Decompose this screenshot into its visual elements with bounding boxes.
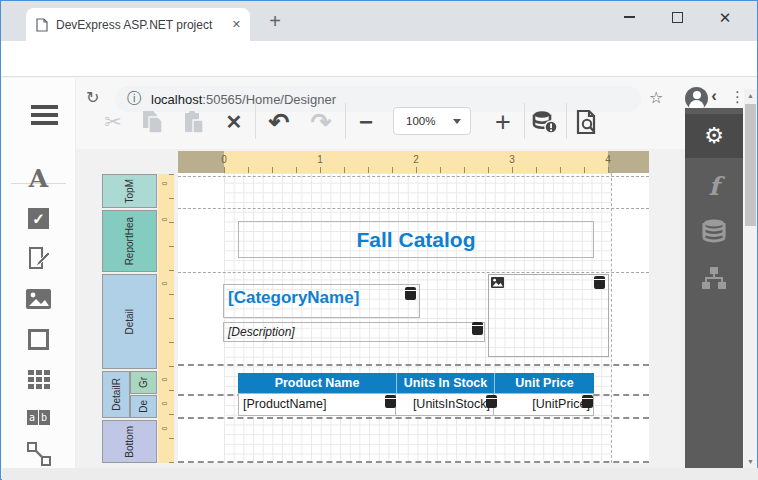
toolbar-separator — [255, 103, 256, 139]
hamburger-bar — [31, 105, 58, 109]
ruler-number: 0 — [221, 154, 227, 165]
category-name-label[interactable]: [CategoryName] — [223, 284, 420, 318]
hamburger-bar — [31, 121, 58, 125]
tab-close-icon[interactable]: ✕ — [232, 18, 241, 31]
zoom-out-button[interactable]: − — [351, 105, 381, 139]
vruler-zero: 0 — [161, 372, 168, 382]
browser-tab[interactable]: DevExpress ASP.NET project ✕ — [26, 8, 250, 41]
scroll-up-icon[interactable]: ▲ — [744, 92, 757, 99]
table-data-cell[interactable]: [UnitPrice] — [494, 393, 594, 416]
line-tool-icon — [27, 442, 51, 466]
database-icon — [702, 219, 726, 245]
band-sub-detail[interactable]: De — [130, 395, 157, 418]
toolbox-item-picturebox[interactable] — [1, 284, 76, 314]
toolbar-separator — [566, 103, 567, 139]
paste-button[interactable] — [179, 105, 209, 139]
right-dock-panel: ⚙ f — [685, 108, 743, 468]
cut-icon: ✂ — [104, 110, 122, 134]
menu-hamburger-button[interactable] — [31, 105, 58, 129]
band-top-margin[interactable]: TopM — [102, 174, 157, 208]
zoom-level-select[interactable]: 100% — [393, 107, 471, 135]
maximize-icon — [672, 12, 683, 23]
band-group-header[interactable]: Gr — [130, 371, 157, 394]
copy-icon — [141, 110, 163, 134]
smart-tag-icon[interactable] — [486, 395, 497, 408]
ruler-number: 3 — [509, 154, 515, 165]
undo-icon: ↶ — [269, 108, 290, 137]
smart-tag-icon[interactable] — [582, 395, 593, 408]
toolbox-item-character-comb[interactable]: ab — [1, 402, 76, 432]
paste-icon — [183, 110, 205, 134]
panel-tab-field-list[interactable] — [685, 210, 743, 254]
ruler-number: 1 — [317, 154, 323, 165]
table-header-cell[interactable]: Product Name — [238, 373, 396, 393]
panel-collapse-button[interactable]: ‹ — [685, 85, 743, 107]
table-data-cell[interactable]: [UnitsInStock] — [396, 393, 494, 416]
delete-icon: ✕ — [226, 110, 243, 134]
picture-box[interactable] — [488, 274, 609, 357]
zoom-in-icon: + — [495, 107, 511, 138]
checkbox-tool-icon: ✓ — [28, 208, 49, 229]
description-label[interactable]: [Description] — [223, 322, 485, 342]
right-margin-line — [611, 173, 612, 463]
cut-button[interactable]: ✂ — [99, 105, 127, 139]
vruler-zero: 0 — [161, 421, 168, 431]
zoom-level-value: 100% — [406, 115, 453, 127]
toolbar-separator — [524, 103, 525, 139]
smart-tag-icon[interactable] — [385, 395, 396, 408]
window-minimize-button[interactable] — [609, 1, 649, 33]
redo-icon: ↷ — [311, 108, 332, 137]
smart-tag-icon[interactable] — [472, 322, 483, 335]
redo-button[interactable]: ↷ — [305, 105, 337, 139]
band-detail[interactable]: Detail — [102, 274, 157, 369]
minimize-icon — [624, 16, 635, 18]
picture-tool-icon — [26, 289, 51, 309]
delete-button[interactable]: ✕ — [219, 105, 249, 139]
validate-bindings-button[interactable] — [529, 105, 561, 139]
page-favicon-icon — [36, 18, 48, 32]
preview-icon — [575, 110, 599, 135]
panel-tab-properties[interactable]: ⚙ — [685, 114, 743, 158]
vertical-scrollbar[interactable]: ▲ ▼ — [744, 89, 757, 468]
table-data-row[interactable]: [ProductName] [UnitsInStock] [UnitPrice] — [238, 393, 594, 416]
preview-button[interactable] — [571, 105, 603, 139]
smart-tag-icon[interactable] — [594, 276, 605, 289]
database-warning-icon — [532, 110, 558, 134]
gear-icon: ⚙ — [704, 123, 724, 149]
band-detail-report[interactable]: DetailR — [102, 371, 130, 418]
toolbox-item-checkbox[interactable]: ✓ — [1, 203, 76, 233]
table-header-cell[interactable]: Units In Stock — [396, 373, 494, 393]
smart-tag-icon[interactable] — [405, 287, 416, 300]
report-title-label[interactable]: Fall Catalog — [238, 221, 594, 258]
scroll-down-icon[interactable]: ▼ — [744, 458, 757, 465]
panel-tool-icon — [28, 329, 49, 350]
undo-button[interactable]: ↶ — [263, 105, 295, 139]
chevron-down-icon — [453, 119, 461, 124]
copy-button[interactable] — [137, 105, 167, 139]
scrollbar-thumb[interactable] — [745, 104, 756, 226]
table-data-cell[interactable]: [ProductName] — [238, 393, 396, 416]
band-separator — [178, 176, 649, 177]
toolbox-item-line[interactable] — [1, 439, 76, 469]
toolbar-separator — [345, 103, 346, 139]
window-maximize-button[interactable] — [657, 1, 697, 33]
new-tab-button[interactable]: + — [263, 10, 287, 34]
window-close-button[interactable]: ✕ — [705, 1, 745, 33]
tab-title: DevExpress ASP.NET project — [56, 18, 228, 32]
address-bar: ← → ↻ ⓘ localhost:50565/Home/Designer ☆ … — [1, 41, 757, 77]
vruler-zero: 0 — [161, 212, 168, 222]
toolbox-item-table[interactable] — [1, 364, 76, 394]
panel-tab-report-explorer[interactable] — [685, 256, 743, 300]
toolbox-item-richtext[interactable] — [1, 243, 76, 273]
title-bar: DevExpress ASP.NET project ✕ + ✕ — [1, 1, 757, 41]
toolbox-item-panel[interactable] — [1, 324, 76, 354]
table-header-cell[interactable]: Unit Price — [494, 373, 594, 393]
zoom-in-button[interactable]: + — [488, 105, 518, 139]
band-report-header[interactable]: ReportHea — [102, 210, 157, 272]
ruler-number: 2 — [413, 154, 419, 165]
band-bottom-margin[interactable]: Bottom — [102, 420, 157, 463]
table-header-row[interactable]: Product Name Units In Stock Unit Price — [238, 373, 594, 393]
fx-icon: f — [709, 172, 720, 201]
toolbox-item-label[interactable]: A — [1, 163, 76, 193]
panel-tab-expressions[interactable]: f — [685, 164, 743, 208]
